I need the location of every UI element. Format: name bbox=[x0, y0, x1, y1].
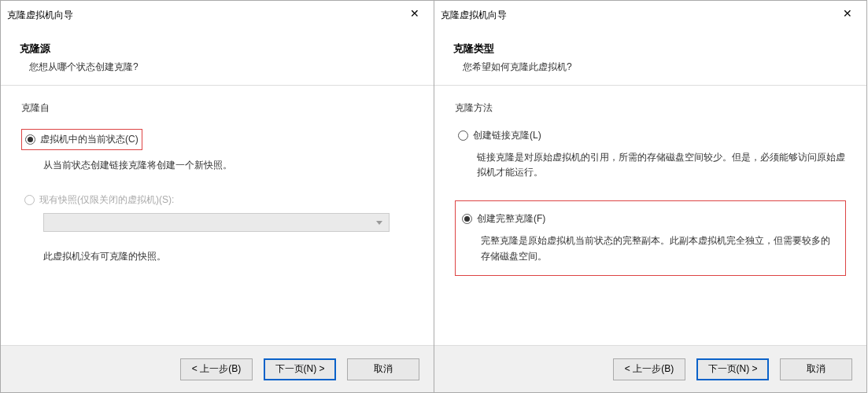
close-button[interactable]: ✕ bbox=[399, 2, 430, 24]
close-button[interactable]: ✕ bbox=[832, 2, 863, 24]
header-subtitle: 您想从哪个状态创建克隆? bbox=[29, 61, 415, 74]
option-description: 链接克隆是对原始虚拟机的引用，所需的存储磁盘空间较少。但是，必须能够访问原始虚拟… bbox=[477, 150, 846, 180]
wizard-header: 克隆源 您想从哪个状态创建克隆? bbox=[1, 29, 434, 85]
next-button[interactable]: 下一页(N) > bbox=[696, 358, 769, 380]
group-label: 克隆方法 bbox=[455, 101, 846, 115]
radio-full-clone[interactable]: 创建完整克隆(F) bbox=[462, 212, 837, 226]
radio-label: 现有快照(仅限关闭的虚拟机)(S): bbox=[39, 193, 174, 207]
snapshot-dropdown bbox=[43, 213, 390, 232]
radio-linked-clone[interactable]: 创建链接克隆(L) bbox=[458, 129, 846, 142]
option-existing-snapshot: 现有快照(仅限关闭的虚拟机)(S): 此虚拟机没有可克隆的快照。 bbox=[21, 193, 413, 264]
cancel-button[interactable]: 取消 bbox=[780, 358, 852, 380]
radio-label: 创建链接克隆(L) bbox=[473, 129, 541, 142]
close-icon: ✕ bbox=[410, 7, 419, 20]
radio-label: 虚拟机中的当前状态(C) bbox=[40, 133, 139, 146]
radio-current-state[interactable]: 虚拟机中的当前状态(C) bbox=[25, 133, 139, 146]
wizard-footer: < 上一步(B) 下一页(N) > 取消 bbox=[1, 345, 434, 392]
window-title: 克隆虚拟机向导 bbox=[7, 9, 73, 22]
close-icon: ✕ bbox=[843, 7, 852, 20]
group-label: 克隆自 bbox=[21, 101, 413, 115]
header-subtitle: 您希望如何克隆此虚拟机? bbox=[463, 61, 848, 74]
radio-existing-snapshot: 现有快照(仅限关闭的虚拟机)(S): bbox=[24, 193, 413, 207]
option-description: 从当前状态创建链接克隆将创建一个新快照。 bbox=[43, 158, 413, 173]
option-full-clone: 创建完整克隆(F) 完整克隆是原始虚拟机当前状态的完整副本。此副本虚拟机完全独立… bbox=[455, 200, 846, 275]
radio-icon bbox=[25, 134, 35, 145]
window-title: 克隆虚拟机向导 bbox=[441, 9, 507, 22]
snapshot-note: 此虚拟机没有可克隆的快照。 bbox=[43, 249, 413, 264]
back-button[interactable]: < 上一步(B) bbox=[180, 358, 253, 380]
wizard-footer: < 上一步(B) 下一页(N) > 取消 bbox=[434, 345, 866, 392]
radio-icon bbox=[458, 130, 468, 141]
cancel-button[interactable]: 取消 bbox=[347, 358, 419, 380]
titlebar: 克隆虚拟机向导 ✕ bbox=[1, 1, 434, 29]
titlebar: 克隆虚拟机向导 ✕ bbox=[434, 1, 866, 29]
option-current-state: 虚拟机中的当前状态(C) 从当前状态创建链接克隆将创建一个新快照。 bbox=[21, 129, 413, 173]
radio-icon bbox=[462, 214, 472, 224]
wizard-body: 克隆自 虚拟机中的当前状态(C) 从当前状态创建链接克隆将创建一个新快照。 现有… bbox=[1, 86, 434, 345]
radio-icon bbox=[24, 195, 35, 205]
back-button[interactable]: < 上一步(B) bbox=[613, 358, 685, 380]
wizard-body: 克隆方法 创建链接克隆(L) 链接克隆是对原始虚拟机的引用，所需的存储磁盘空间较… bbox=[434, 86, 866, 345]
radio-label: 创建完整克隆(F) bbox=[477, 212, 545, 226]
wizard-header: 克隆类型 您希望如何克隆此虚拟机? bbox=[434, 29, 866, 85]
header-title: 克隆源 bbox=[20, 42, 415, 56]
clone-wizard-dialog-type: 克隆虚拟机向导 ✕ 克隆类型 您希望如何克隆此虚拟机? 克隆方法 创建链接克隆(… bbox=[434, 0, 867, 393]
option-description: 完整克隆是原始虚拟机当前状态的完整副本。此副本虚拟机完全独立，但需要较多的存储磁… bbox=[481, 233, 837, 263]
next-button[interactable]: 下一页(N) > bbox=[264, 358, 336, 380]
option-linked-clone: 创建链接克隆(L) 链接克隆是对原始虚拟机的引用，所需的存储磁盘空间较少。但是，… bbox=[455, 129, 846, 180]
header-title: 克隆类型 bbox=[453, 42, 848, 56]
clone-wizard-dialog-source: 克隆虚拟机向导 ✕ 克隆源 您想从哪个状态创建克隆? 克隆自 虚拟机中的当前状态… bbox=[0, 0, 434, 393]
